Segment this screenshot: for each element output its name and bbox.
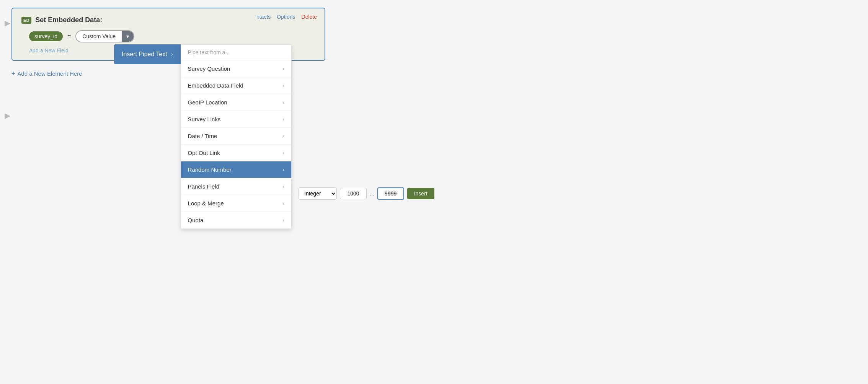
pipe-menu-item-geoip[interactable]: GeoIP Location › — [181, 94, 291, 111]
chevron-right-icon: › — [283, 150, 284, 156]
dropdown-label: Custom Value — [76, 31, 122, 41]
block-title: Set Embedded Data: — [35, 16, 102, 24]
custom-value-dropdown[interactable]: Custom Value — [75, 30, 134, 42]
random-number-insert-button[interactable]: Insert — [407, 188, 434, 199]
chevron-right-icon: › — [283, 184, 284, 189]
chevron-right-icon: › — [283, 83, 284, 88]
insert-piped-chevron-icon: › — [171, 51, 173, 57]
pipe-menu-item-date-time[interactable]: Date / Time › — [181, 128, 291, 145]
pipe-menu-item-quota[interactable]: Quota › — [181, 212, 291, 229]
pipe-menu-item-panels-field[interactable]: Panels Field › — [181, 178, 291, 195]
insert-piped-text-button[interactable]: Insert Piped Text › — [114, 44, 181, 64]
equals-sign: = — [67, 33, 71, 40]
pipe-menu-item-random-number[interactable]: Random Number › — [181, 161, 291, 178]
pipe-menu-label-geoip: GeoIP Location — [188, 99, 227, 106]
pipe-menu-label-loop-merge: Loop & Merge — [188, 200, 224, 207]
insert-piped-label: Insert Piped Text — [122, 51, 167, 58]
pipe-menu-header: Pipe text from a... — [181, 45, 291, 60]
min-value-input[interactable] — [340, 188, 367, 199]
chevron-right-icon-active: › — [283, 167, 284, 172]
pipe-menu-item-embedded-data[interactable]: Embedded Data Field › — [181, 77, 291, 94]
pipe-menu-label-quota: Quota — [188, 217, 204, 223]
plus-icon: + — [11, 70, 15, 77]
left-arrow-bottom: ▶ — [5, 111, 10, 120]
pipe-menu-item-opt-out[interactable]: Opt Out Link › — [181, 145, 291, 161]
range-separator: ... — [370, 190, 374, 197]
integer-type-select[interactable]: Integer Decimal — [299, 187, 337, 200]
pipe-menu-label-date-time: Date / Time — [188, 133, 217, 139]
chevron-right-icon: › — [283, 133, 284, 139]
max-value-input[interactable] — [377, 187, 404, 200]
chevron-right-icon: › — [283, 100, 284, 105]
chevron-right-icon: › — [283, 66, 284, 72]
delete-link[interactable]: Delete — [302, 14, 317, 20]
chevron-right-icon: › — [283, 218, 284, 223]
field-name-badge: survey_id — [29, 31, 63, 41]
pipe-menu-item-survey-question[interactable]: Survey Question › — [181, 60, 291, 77]
pipe-menu-label-survey-question: Survey Question — [188, 65, 230, 72]
add-new-field-link[interactable]: Add a New Field — [29, 47, 69, 54]
pipe-menu-label-panels-field: Panels Field — [188, 183, 220, 190]
field-row: survey_id = Custom Value — [29, 30, 315, 42]
pipe-menu: Pipe text from a... Survey Question › Em… — [181, 44, 292, 229]
chevron-right-icon: › — [283, 117, 284, 122]
pipe-menu-label-embedded-data: Embedded Data Field — [188, 82, 243, 89]
pipe-menu-item-loop-merge[interactable]: Loop & Merge › — [181, 195, 291, 212]
pipe-menu-item-survey-links[interactable]: Survey Links › — [181, 111, 291, 128]
chevron-right-icon: › — [283, 201, 284, 206]
pipe-menu-label-survey-links: Survey Links — [188, 116, 221, 122]
pipe-menu-label-opt-out: Opt Out Link — [188, 150, 220, 156]
random-number-options: Integer Decimal ... Insert — [299, 187, 434, 200]
add-element-label: Add a New Element Here — [17, 70, 82, 77]
options-link[interactable]: Options — [277, 14, 295, 20]
contacts-link[interactable]: ntacts — [256, 14, 271, 20]
pipe-menu-label-random-number: Random Number — [188, 166, 232, 173]
dropdown-container: Insert Piped Text › Pipe text from a... … — [114, 44, 292, 229]
block-actions: ntacts Options Delete — [256, 14, 317, 20]
ed-icon: ED — [21, 17, 31, 24]
dropdown-arrow-button[interactable] — [122, 31, 134, 42]
